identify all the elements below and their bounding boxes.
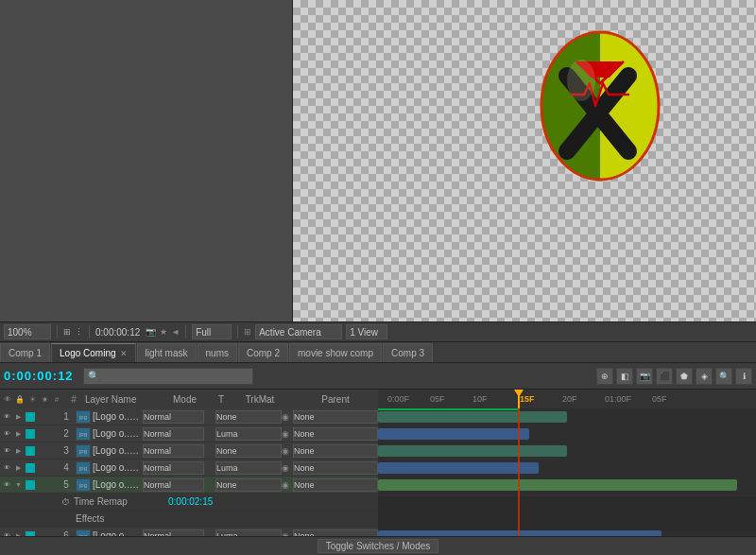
layer-3-trk[interactable]: None — [215, 444, 282, 458]
tab-comp3[interactable]: Comp 3 — [383, 343, 433, 362]
eye-col-icon: 👁 — [2, 393, 13, 405]
col-name-header: Layer Name — [83, 394, 154, 405]
top-area — [0, 0, 756, 321]
layer-3-trk-icon: ◉ — [282, 446, 293, 456]
layer-3-name: [Logo o...000-0075].jpg — [93, 445, 143, 456]
layer-5-num: 5 — [57, 479, 76, 490]
timeline-ruler: 0:00F 05F 10F 15F 20F 01:00F 05F — [378, 390, 756, 408]
layer-3-icons: 👁 ▶ — [0, 445, 57, 456]
col-t-header: T — [215, 394, 227, 405]
layer-5-thumb: jpg — [76, 478, 91, 492]
toggle-switches-modes-button[interactable]: Toggle Switches / Modes — [318, 539, 439, 553]
layer-3-mode[interactable]: Normal — [143, 444, 204, 458]
motion-col-icon: # — [51, 393, 62, 405]
layer-2-expand[interactable]: ▶ — [13, 428, 24, 439]
layer-4-eye[interactable]: 👁 — [2, 462, 12, 473]
layer-6-mode[interactable]: Normal — [143, 529, 204, 537]
layer-5-trk[interactable]: None — [215, 478, 282, 492]
layer-row-3[interactable]: 👁 ▶ 3 jpg [Logo o...000-0075].jpg Normal… — [0, 442, 378, 460]
tab-comp2[interactable]: Comp 2 — [238, 343, 288, 362]
tl-btn-effect[interactable]: ⬟ — [676, 368, 693, 385]
effects-label: Effects — [76, 513, 104, 524]
tl-btn-info[interactable]: ℹ — [735, 368, 752, 385]
layer-1-expand[interactable]: ▶ — [13, 411, 24, 422]
layer-4-parent[interactable]: None — [293, 461, 378, 475]
layer-row-6[interactable]: 👁 ▶ 6 jpg [Logo o...000-0075].jpg Normal… — [0, 528, 378, 536]
tl-btn-search[interactable]: 🔍 — [715, 368, 732, 385]
col-parent-header: Parent — [293, 394, 378, 405]
layer-3-num: 3 — [57, 445, 76, 456]
layer-1-icons: 👁 ▶ — [0, 411, 57, 422]
camera-select[interactable]: Active Camera — [255, 324, 342, 339]
tab-nums[interactable]: nums — [198, 343, 237, 362]
layer-4-expand[interactable]: ▶ — [13, 462, 24, 473]
layer-5-mode[interactable]: Normal — [143, 478, 204, 492]
layer-2-thumb: jpg — [76, 427, 91, 441]
search-input[interactable] — [83, 368, 253, 385]
track-spacer-timeremap — [378, 496, 756, 513]
tl-btn-split[interactable]: ⊕ — [596, 368, 613, 385]
layer-4-icons: 👁 ▶ — [0, 462, 57, 473]
quality-select[interactable]: FullHalfQuarter — [192, 324, 232, 339]
tl-btn-camera[interactable]: 📷 — [636, 368, 653, 385]
time-remap-icon: ⏱ — [61, 497, 70, 507]
left-panel — [0, 0, 293, 321]
layer-5-expand[interactable]: ▼ — [13, 479, 24, 490]
layer-5-effects-row: Effects — [0, 511, 378, 528]
layer-row-2[interactable]: 👁 ▶ 2 jpg [Logo o...000-0075].jpg Normal… — [0, 425, 378, 442]
layer-4-thumb: jpg — [76, 461, 91, 475]
layer-1-eye[interactable]: 👁 — [2, 411, 12, 422]
toolbar-icon-fit[interactable]: ⊞ — [63, 327, 71, 337]
layer-1-num: 1 — [57, 411, 76, 422]
layer-3-eye[interactable]: 👁 — [2, 445, 12, 456]
tl-btn-add[interactable]: ⬛ — [656, 368, 673, 385]
tab-comp1[interactable]: Comp 1 — [0, 343, 50, 362]
layer-row-5[interactable]: 👁 ▼ 5 jpg [Logo o...000-0075].jpg Normal… — [0, 477, 378, 494]
layer-5-time-remap-row: ⏱ Time Remap 0:00:02:15 — [0, 494, 378, 511]
tab-comp3-label: Comp 3 — [391, 348, 424, 358]
layer-1-mode[interactable]: Normal — [143, 410, 204, 424]
timeline-area: 0:00:00:12 ⊕ ◧ 📷 ⬛ ⬟ ◈ 🔍 ℹ 👁 🔒 ☀ ★ — [0, 363, 756, 555]
tab-movie-show-comp[interactable]: movie show comp — [289, 343, 382, 362]
layer-row-4[interactable]: 👁 ▶ 4 jpg [Logo o...000-0075].jpg Normal… — [0, 460, 378, 477]
checker-background — [293, 0, 756, 321]
tab-light-mask[interactable]: light mask — [137, 343, 197, 362]
tab-movie-show-comp-label: movie show comp — [298, 348, 373, 358]
layer-5-eye[interactable]: 👁 — [2, 479, 12, 490]
layer-5-parent[interactable]: None — [293, 478, 378, 492]
layer-3-expand[interactable]: ▶ — [13, 445, 24, 456]
playhead-ruler — [518, 390, 520, 408]
layer-1-name: [Logo o...000-0075].jpg — [93, 411, 143, 422]
layer-4-name: [Logo o...000-0075].jpg — [93, 462, 143, 473]
col-num-header: # — [64, 394, 83, 405]
layer-2-parent[interactable]: None — [293, 427, 378, 441]
zoom-select[interactable]: 100% — [4, 324, 51, 339]
layer-3-label-sq — [26, 446, 35, 456]
layer-4-trk[interactable]: LumaNone — [215, 461, 282, 475]
timeline-header: 0:00:00:12 ⊕ ◧ 📷 ⬛ ⬟ ◈ 🔍 ℹ — [0, 363, 756, 390]
svg-point-7 — [567, 60, 595, 101]
columns-header-left: 👁 🔒 ☀ ★ # # Layer Name Mode T TrkMat Par… — [0, 390, 378, 408]
tl-btn-move[interactable]: ◧ — [616, 368, 633, 385]
toolbar-icon-arrow: ◄ — [171, 327, 180, 337]
layer-1-trk[interactable]: None — [215, 410, 282, 424]
layer-2-trk[interactable]: LumaNone — [215, 427, 282, 441]
layer-1-parent[interactable]: None — [293, 410, 378, 424]
tab-logo-coming-close[interactable]: ✕ — [120, 349, 128, 358]
toolbar-icon-grid[interactable]: ⋮ — [75, 327, 83, 337]
layer-4-mode[interactable]: Normal — [143, 461, 204, 475]
toolbar-separator-2 — [89, 325, 90, 338]
views-select[interactable]: 1 View2 Views — [346, 324, 387, 339]
layer-4-num: 4 — [57, 462, 76, 473]
layer-6-parent[interactable]: None — [293, 529, 378, 537]
timeline-toolbar: ⊕ ◧ 📷 ⬛ ⬟ ◈ 🔍 ℹ — [596, 368, 752, 385]
layer-2-mode[interactable]: Normal — [143, 427, 204, 441]
layer-row-1[interactable]: 👁 ▶ 1 jpg [Logo o...000-0075].jpg Normal… — [0, 408, 378, 425]
tab-logo-coming[interactable]: Logo Coming ✕ — [51, 343, 135, 362]
tl-btn-graph[interactable]: ◈ — [696, 368, 713, 385]
preview-panel — [293, 0, 756, 321]
layer-3-parent[interactable]: None — [293, 444, 378, 458]
layer-2-eye[interactable]: 👁 — [2, 428, 12, 439]
layer-6-trk[interactable]: LumaNone — [215, 529, 282, 537]
timeline-time-display: 0:00:00:12 — [4, 369, 79, 383]
